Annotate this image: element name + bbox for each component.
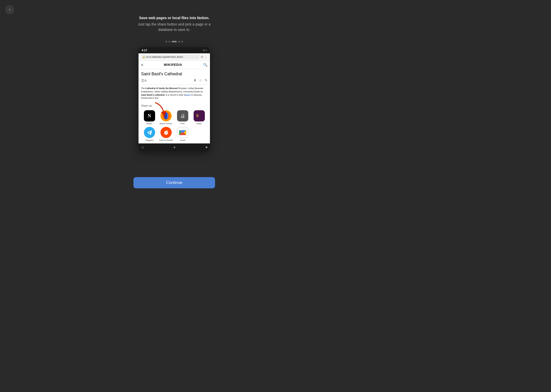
text-bold1: Cathedral of Vasily the Blessed — [145, 87, 178, 90]
dot-3-active — [172, 41, 177, 42]
share-overlay: Share via N Notion Add to Firefox — [139, 102, 210, 143]
wiki-page-title: Saint Basil's Cathedral — [141, 72, 207, 76]
url-bar[interactable]: 🔒 en.m.wikipedia.org/wiki/Saint_Basil1 — [141, 55, 199, 59]
firefox-label: Add to Firefox — [160, 122, 172, 125]
search-icon[interactable]: 🔍 — [203, 63, 207, 67]
share-via-label: Share via — [139, 102, 210, 108]
tab-icon: ⊡ — [201, 55, 203, 59]
continue-button[interactable]: Continue — [133, 177, 215, 188]
share-item-gmail[interactable]: Gmail — [174, 127, 191, 141]
wikipedia-logo: WIKIPEDIA — [164, 63, 182, 67]
svg-point-6 — [165, 132, 166, 133]
print-label: Print — [180, 122, 184, 125]
dot-4 — [178, 41, 180, 42]
chevron-left-icon: ‹ — [9, 7, 10, 12]
menu-icon[interactable]: ≡ — [141, 63, 143, 67]
home-nav-icon[interactable]: ● — [173, 145, 175, 149]
url-text: en.m.wikipedia.org/wiki/Saint_Basil1 — [146, 56, 183, 58]
share-item-firefox[interactable]: Add to Firefox — [158, 110, 174, 125]
telegram-icon — [144, 127, 155, 138]
download-icon[interactable]: ⬇ — [194, 78, 196, 83]
slack-icon: S — [194, 110, 205, 121]
print-icon: 🖨 — [177, 110, 188, 121]
gmail-icon — [177, 127, 188, 138]
status-icons: ▾ □ — [203, 49, 207, 52]
star-icon[interactable]: ☆ — [199, 78, 202, 83]
svg-point-8 — [167, 130, 168, 131]
notion-icon: N — [144, 110, 155, 121]
more-icon: ⋮ — [204, 55, 207, 59]
browser-actions: ⊡ ⋮ — [201, 55, 207, 59]
text-part3: , is a church in Red S — [165, 94, 185, 96]
edit-icon[interactable]: ✎ — [205, 78, 207, 83]
wiki-article-text: The Cathedral of Vasily the Blessed (Rus… — [141, 87, 207, 100]
header-subtitle: Just tap the share button and pick a pag… — [131, 22, 218, 32]
battery-icon: □ — [206, 49, 207, 52]
browser-bar: 🔒 en.m.wikipedia.org/wiki/Saint_Basil1 ⊡… — [139, 53, 210, 61]
firefox-icon — [160, 110, 172, 121]
gmail-label: Gmail — [180, 139, 185, 141]
dot-2 — [169, 41, 170, 42]
reddit-label: Post on Reddit — [159, 139, 172, 141]
text-link[interactable]: quare — [185, 94, 191, 96]
wiki-toolbar: 文A ⬇ ☆ ✎ — [141, 78, 207, 85]
share-item-slack[interactable]: S Slack — [191, 110, 207, 125]
progress-indicator-top — [166, 41, 183, 42]
home-bar: ◁ ● ■ — [139, 143, 210, 151]
share-item-reddit[interactable]: Post on Reddit — [158, 127, 174, 141]
text-bold2: Saint Basil's Cathedral — [141, 94, 165, 96]
share-item-telegram[interactable]: Telegram — [141, 127, 158, 141]
dot-5 — [181, 41, 183, 42]
svg-text:S: S — [196, 113, 198, 118]
phone-mockup: 4:17 ▾ □ 🔒 en.m.wikipedia.org/wiki/Saint… — [139, 47, 210, 151]
wikipedia-content: Saint Basil's Cathedral 文A ⬇ ☆ ✎ The Cat… — [139, 69, 210, 102]
header-title: Save web pages or local files into Notio… — [131, 15, 218, 21]
wifi-icon: ▾ — [203, 49, 205, 52]
recent-nav-icon[interactable]: ■ — [206, 145, 207, 149]
text-part1: The — [141, 87, 145, 90]
reddit-icon — [160, 127, 172, 138]
back-button[interactable]: ‹ — [5, 5, 14, 14]
lock-icon: 🔒 — [143, 56, 145, 58]
notion-label: Notion — [146, 122, 152, 125]
dot-1 — [166, 41, 167, 42]
share-item-notion[interactable]: N Notion — [141, 110, 158, 125]
svg-point-7 — [166, 132, 167, 133]
status-time: 4:17 — [142, 49, 147, 52]
share-item-print[interactable]: 🖨 Print — [174, 110, 191, 125]
wikipedia-header: ≡ WIKIPEDIA 🔍 — [139, 61, 210, 69]
slack-label: Slack — [197, 122, 202, 125]
status-bar: 4:17 ▾ □ — [139, 47, 210, 53]
share-grid: N Notion Add to Firefox 🖨 Print — [139, 108, 210, 143]
continue-label: Continue — [166, 180, 182, 185]
back-nav-icon[interactable]: ◁ — [141, 145, 143, 149]
header-text: Save web pages or local files into Notio… — [131, 15, 218, 32]
telegram-label: Telegram — [145, 139, 154, 141]
translate-icon[interactable]: 文A — [141, 78, 147, 83]
